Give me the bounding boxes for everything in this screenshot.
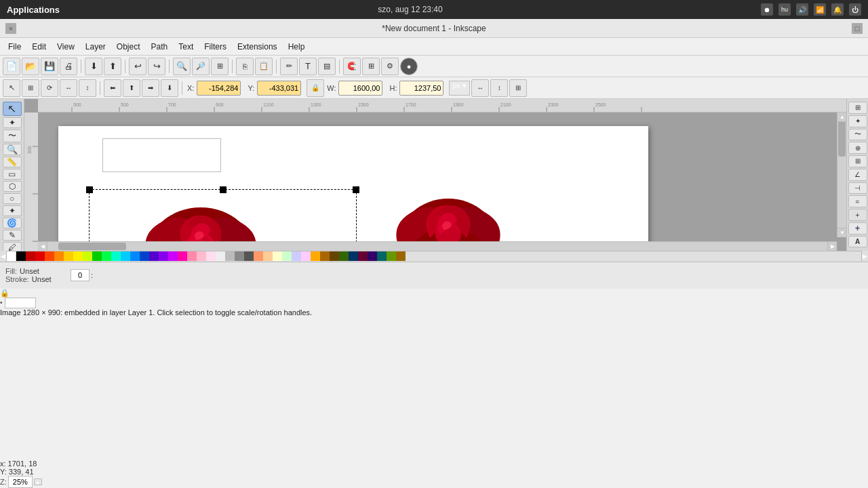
swatch-sky-blue[interactable] xyxy=(121,251,130,261)
snap-button[interactable]: 🧲 xyxy=(343,58,361,75)
print-button[interactable]: 🖨 xyxy=(60,58,77,75)
select-arrow[interactable]: ↖ xyxy=(3,79,20,97)
swatch-teal[interactable] xyxy=(111,251,121,261)
swatch-indigo[interactable] xyxy=(149,251,159,261)
bell-icon[interactable]: 🔔 xyxy=(831,3,844,16)
snap-letter-btn[interactable]: A xyxy=(848,236,867,248)
y-input[interactable] xyxy=(257,81,301,96)
flip-v-btn[interactable]: ↕ xyxy=(79,79,96,97)
scale-y-btn[interactable]: ↕ xyxy=(490,79,508,97)
menu-path[interactable]: Path xyxy=(146,40,174,54)
swatch-very-pale-pink[interactable] xyxy=(206,251,216,261)
align-right[interactable]: ➡ xyxy=(142,79,159,97)
grid-button[interactable]: ⊞ xyxy=(362,58,380,75)
save-button[interactable]: 💾 xyxy=(41,58,58,75)
snap-corner-btn[interactable]: ⊞ xyxy=(848,155,867,167)
select-tool[interactable]: ↖ xyxy=(3,102,22,116)
scroll-left-btn[interactable]: ◀ xyxy=(38,242,47,251)
menu-file[interactable]: File xyxy=(3,40,26,54)
swatch-yellow-green[interactable] xyxy=(83,251,92,261)
menu-extensions[interactable]: Extensions xyxy=(232,40,283,54)
swatch-yellow[interactable] xyxy=(73,251,83,261)
menu-text[interactable]: Text xyxy=(173,40,199,54)
lang-icon[interactable]: hu xyxy=(778,3,791,16)
swatch-pink[interactable] xyxy=(178,251,187,261)
snap-mid-btn[interactable]: ⊕ xyxy=(848,142,867,154)
scroll-right-btn[interactable]: ▶ xyxy=(827,242,837,251)
menu-edit[interactable]: Edit xyxy=(26,40,52,54)
swatch-forest[interactable] xyxy=(339,251,349,261)
menu-view[interactable]: View xyxy=(52,40,80,54)
swatch-mint[interactable] xyxy=(282,251,292,261)
align-bottom[interactable]: ⬇ xyxy=(161,79,178,97)
swatch-darker-gray[interactable] xyxy=(244,251,254,261)
transform-btn[interactable]: ⟳ xyxy=(41,79,58,97)
swatch-orange[interactable] xyxy=(54,251,64,261)
rect-tool[interactable]: ▭ xyxy=(3,169,22,180)
align-center[interactable]: ⬆ xyxy=(123,79,140,97)
swatch-black[interactable] xyxy=(16,251,26,261)
node-tool[interactable]: ✦ xyxy=(3,117,22,128)
swatch-brown[interactable] xyxy=(320,251,330,261)
scrollbar-h[interactable]: ◀ ▶ xyxy=(38,241,837,251)
node-edit-button[interactable]: ✏ xyxy=(280,58,298,75)
swatch-light-pink[interactable] xyxy=(187,251,197,261)
swatch-lilac[interactable] xyxy=(301,251,311,261)
swatch-cream[interactable] xyxy=(273,251,282,261)
scale-x-btn[interactable]: ↔ xyxy=(471,79,489,97)
lock-ratio-btn[interactable]: 🔒 xyxy=(307,79,324,97)
paste-button[interactable]: 📋 xyxy=(255,58,273,75)
swatch-green[interactable] xyxy=(92,251,102,261)
measure-tool[interactable]: 📏 xyxy=(3,157,22,167)
close-button[interactable]: × xyxy=(5,23,16,34)
maximize-button[interactable]: □ xyxy=(852,23,863,34)
spiral-tool[interactable]: 🌀 xyxy=(3,218,22,228)
zoom-tool[interactable]: 🔍 xyxy=(3,144,22,155)
scrollbar-v[interactable]: ▲ ▼ xyxy=(837,113,846,237)
swatch-dark-blue[interactable] xyxy=(140,251,149,261)
flip-h-btn[interactable]: ↔ xyxy=(60,79,77,97)
scroll-up-btn[interactable]: ▲ xyxy=(837,113,846,122)
circle-btn[interactable]: ● xyxy=(400,58,418,75)
import-button[interactable]: ⬇ xyxy=(85,58,102,75)
palette-scroll-right[interactable]: ▶ xyxy=(861,251,868,262)
snap-smooth-btn[interactable]: ≈ xyxy=(848,195,867,207)
record-icon[interactable]: ⏺ xyxy=(761,3,773,16)
snap-angle-btn[interactable]: ∠ xyxy=(848,169,867,181)
swatch-salmon[interactable] xyxy=(254,251,263,261)
scroll-down-btn[interactable]: ▼ xyxy=(837,228,846,237)
grid-view[interactable]: ⊞ xyxy=(22,79,39,97)
swatch-navy[interactable] xyxy=(349,251,358,261)
swatch-orange-red[interactable] xyxy=(45,251,54,261)
tweak-tool[interactable]: 〜 xyxy=(3,129,22,142)
swatch-maroon[interactable] xyxy=(358,251,368,261)
layer-selector[interactable]: Layer 1 xyxy=(5,298,37,308)
open-button[interactable]: 📂 xyxy=(22,58,39,75)
menu-filters[interactable]: Filters xyxy=(199,40,232,54)
menu-layer[interactable]: Layer xyxy=(80,40,111,54)
swatch-dark-brown[interactable] xyxy=(330,251,339,261)
unit-select[interactable]: px ▾ xyxy=(449,81,470,96)
3d-box-tool[interactable]: ⬡ xyxy=(3,181,22,192)
swatch-lavender[interactable] xyxy=(292,251,301,261)
swatch-light-gray[interactable] xyxy=(216,251,225,261)
zoom-out-button[interactable]: 🔎 xyxy=(192,58,210,75)
undo-button[interactable]: ↩ xyxy=(129,58,146,75)
snap-top-btn[interactable]: ⊞ xyxy=(848,102,867,114)
swatch-olive[interactable] xyxy=(387,251,396,261)
scroll-thumb-h[interactable] xyxy=(58,243,126,250)
swatch-violet[interactable] xyxy=(159,251,168,261)
swatch-bright-green[interactable] xyxy=(102,251,111,261)
h-input[interactable] xyxy=(399,81,443,96)
menu-help[interactable]: Help xyxy=(283,40,311,54)
palette-scroll-left[interactable]: ◀ xyxy=(0,251,7,262)
swatch-magenta[interactable] xyxy=(168,251,178,261)
power-icon[interactable]: ⏻ xyxy=(849,3,861,16)
zoom-input[interactable] xyxy=(8,476,33,488)
new-button[interactable]: 📄 xyxy=(3,58,20,75)
align-button[interactable]: ▤ xyxy=(318,58,336,75)
snap-path-btn[interactable]: 〜 xyxy=(848,129,867,141)
swatch-amber[interactable] xyxy=(311,251,320,261)
scroll-thumb-v[interactable] xyxy=(838,116,846,157)
swatch-peach[interactable] xyxy=(263,251,273,261)
